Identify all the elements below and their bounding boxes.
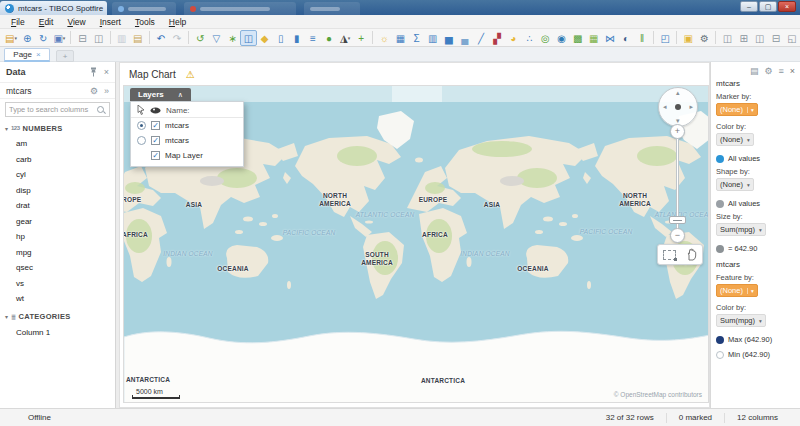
pan-center-dot[interactable] (675, 104, 681, 110)
menu-tools[interactable]: Tools (128, 15, 162, 29)
tags-icon[interactable]: ◆ (257, 30, 273, 46)
column-item-gear[interactable]: gear (0, 214, 115, 230)
copy-icon[interactable]: ▥ (114, 30, 130, 46)
categories-section-header[interactable]: ▾ ≣ CATEGORIES (0, 309, 115, 325)
close-button[interactable]: × (778, 1, 796, 12)
map-canvas[interactable]: EUROPE ASIA AFRICA NORTH AMERICA ATLANTI… (123, 85, 709, 403)
menu-help[interactable]: Help (162, 15, 193, 29)
column-item-hp[interactable]: hp (0, 229, 115, 245)
color-legend-item[interactable]: All values (716, 154, 800, 163)
window-title-tab[interactable]: mtcars - TIBCO Spotfire (0, 1, 107, 15)
layer-radio-unselected[interactable] (137, 136, 146, 145)
new-page-button[interactable]: + (56, 50, 74, 62)
new-kpi-chart-icon[interactable]: ◐ (618, 30, 634, 46)
new-waterfall-chart-icon[interactable]: ▄ (457, 30, 473, 46)
pin-icon[interactable] (89, 67, 98, 77)
conversations-icon[interactable]: ▣ (680, 30, 696, 46)
tab-page[interactable]: Page × (4, 48, 50, 62)
new-box-plot-icon[interactable]: ‖ (634, 30, 650, 46)
filters-panel-icon[interactable]: ◫ (240, 30, 256, 46)
zoom-slider-handle[interactable] (669, 216, 686, 224)
column-item-wt[interactable]: wt (0, 291, 115, 307)
layout-horizontal-split-icon[interactable]: ⊟ (768, 30, 784, 46)
add-data-tables-icon[interactable]: ⊕ (19, 30, 35, 46)
column-item-disp[interactable]: disp (0, 183, 115, 199)
zoom-out-button[interactable]: − (670, 228, 685, 243)
warning-icon[interactable]: ⚠ (186, 69, 195, 80)
layer-checkbox-checked[interactable]: ✓ (151, 121, 160, 130)
background-browser-tab[interactable] (184, 2, 296, 15)
new-table-icon[interactable]: ▦ (392, 30, 408, 46)
color2-by-dropdown[interactable]: Sum(mpg) ▾ (716, 314, 766, 327)
new-line-chart-icon[interactable]: ╱ (473, 30, 489, 46)
new-treemap-icon[interactable]: ▩ (570, 30, 586, 46)
menu-insert[interactable]: Insert (93, 15, 128, 29)
color-by-dropdown[interactable]: (None) ▾ (716, 133, 754, 146)
open-file-icon[interactable]: ▤ (3, 30, 19, 46)
filter-icon[interactable]: ▽ (208, 30, 224, 46)
layout-floating-icon[interactable]: ◱ (784, 30, 800, 46)
zoom-in-button[interactable]: + (670, 124, 685, 139)
layer-row-mtcars-1[interactable]: ✓ mtcars (131, 118, 243, 133)
minimize-button[interactable]: – (740, 1, 758, 12)
recommended-visualizations-icon[interactable]: ☼ (376, 30, 392, 46)
legend-note-icon[interactable]: ▤ (750, 66, 759, 76)
save-icon[interactable]: ▣ (51, 30, 67, 46)
new-heat-map-icon[interactable]: ▦ (586, 30, 602, 46)
layer-radio-selected[interactable] (137, 121, 146, 130)
undo-icon[interactable]: ↶ (153, 30, 169, 46)
shape-legend-item[interactable]: All values (716, 199, 800, 208)
table-settings-gear-icon[interactable]: ⚙ (90, 86, 98, 96)
maximize-button[interactable]: ▢ (759, 1, 777, 12)
feature-by-dropdown[interactable]: (None) ▾ (716, 284, 758, 297)
size-legend-item[interactable]: = 642.90 (716, 244, 800, 253)
marker-by-dropdown[interactable]: (None) ▾ (716, 103, 758, 116)
new-combination-chart-icon[interactable]: ▞ (489, 30, 505, 46)
tab-close-icon[interactable]: × (36, 50, 41, 59)
background-browser-tab[interactable] (304, 2, 360, 15)
legend-list-icon[interactable]: ≡ (778, 66, 783, 76)
column-item-column1[interactable]: Column 1 (0, 325, 115, 341)
collaboration-icon[interactable]: ≡ (305, 30, 321, 46)
new-scatter-plot-icon[interactable]: ∴ (521, 30, 537, 46)
paste-icon[interactable]: ▤ (130, 30, 146, 46)
layer-row-mtcars-2[interactable]: ✓ mtcars (131, 133, 243, 148)
size-by-dropdown[interactable]: Sum(mpg) ▾ (716, 223, 766, 236)
reset-all-filters-icon[interactable]: ↺ (192, 30, 208, 46)
comments-icon[interactable]: ● (321, 30, 337, 46)
menu-file[interactable]: File (4, 15, 32, 29)
background-browser-tab[interactable] (112, 2, 176, 15)
layout-vertical-split-icon[interactable]: ◫ (752, 30, 768, 46)
legend-close-icon[interactable]: × (790, 66, 795, 76)
pan-up-icon[interactable]: ▴ (676, 89, 680, 97)
search-input[interactable] (6, 105, 96, 114)
new-pie-chart-icon[interactable]: ◕ (505, 30, 521, 46)
layer-checkbox-checked[interactable]: ✓ (151, 151, 160, 160)
new-3d-scatter-plot-icon[interactable]: ◎ (537, 30, 553, 46)
document-properties-icon[interactable]: ⚙ (696, 30, 712, 46)
column-item-drat[interactable]: drat (0, 198, 115, 214)
numbers-section-header[interactable]: ▾ 123 NUMBERS (0, 120, 115, 136)
collapse-chevron-icon[interactable]: ∧ (178, 91, 183, 99)
new-bar-chart-icon[interactable]: ▅ (441, 30, 457, 46)
column-item-carb[interactable]: carb (0, 152, 115, 168)
add-page-icon[interactable]: + (353, 30, 369, 46)
bookmarks-icon[interactable]: ▮ (289, 30, 305, 46)
visual-theme-icon[interactable]: ◮ (337, 30, 353, 46)
menu-view[interactable]: View (60, 15, 92, 29)
redo-icon[interactable]: ↷ (169, 30, 185, 46)
pan-left-icon[interactable]: ◂ (663, 103, 667, 111)
layer-checkbox-checked[interactable]: ✓ (151, 136, 160, 145)
column-item-am[interactable]: am (0, 136, 115, 152)
expand-double-arrow-icon[interactable]: » (104, 86, 109, 96)
column-item-mpg[interactable]: mpg (0, 245, 115, 261)
legend-settings-gear-icon[interactable]: ⚙ (764, 66, 772, 76)
new-map-chart-icon[interactable]: ◉ (554, 30, 570, 46)
data-table-selector[interactable]: mtcars ⚙ » (0, 82, 115, 99)
new-parallel-coordinate-plot-icon[interactable]: ⋈ (602, 30, 618, 46)
pan-right-icon[interactable]: ▸ (689, 103, 693, 111)
menu-edit[interactable]: Edit (32, 15, 61, 29)
refresh-data-icon[interactable]: ↻ (35, 30, 51, 46)
layer-row-map-layer[interactable]: ✓ Map Layer (131, 148, 243, 163)
shape-by-dropdown[interactable]: (None) ▾ (716, 178, 754, 191)
